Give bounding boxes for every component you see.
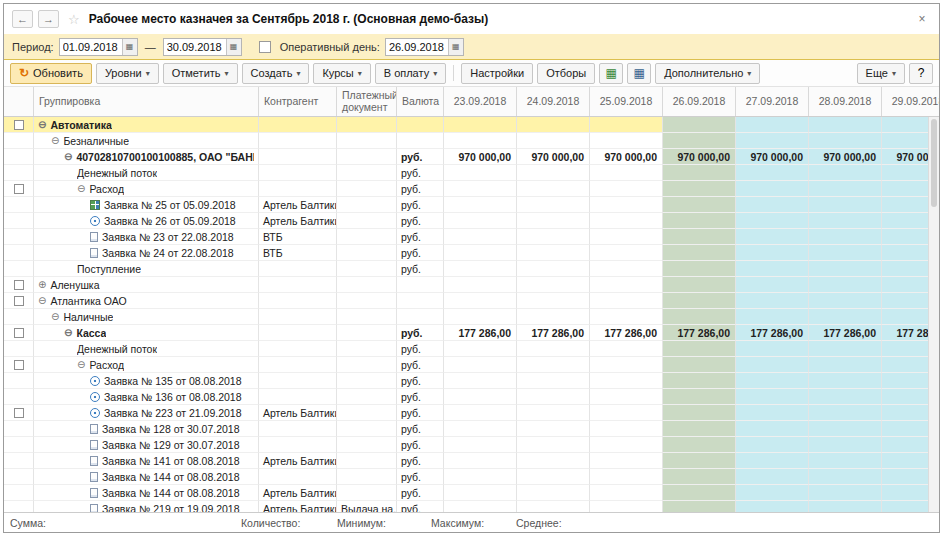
table-row[interactable]: Заявка № 135 от 08.08.2018руб.: [4, 373, 939, 389]
amount-cell[interactable]: [590, 165, 663, 181]
amount-cell[interactable]: [444, 117, 517, 133]
payment-document-cell[interactable]: [337, 181, 397, 197]
amount-cell[interactable]: [444, 373, 517, 389]
amount-cell[interactable]: [663, 405, 736, 421]
currency-cell[interactable]: руб.: [397, 149, 444, 165]
currency-cell[interactable]: руб.: [397, 181, 444, 197]
amount-cell[interactable]: [663, 245, 736, 261]
table-row[interactable]: Заявка № 23 от 22.08.2018ВТБруб.: [4, 229, 939, 245]
amount-cell[interactable]: [590, 373, 663, 389]
payment-document-cell[interactable]: [337, 341, 397, 357]
grouping-cell[interactable]: Заявка № 144 от 08.08.2018: [34, 469, 259, 485]
favorite-icon[interactable]: ☆: [68, 12, 80, 27]
amount-cell[interactable]: [444, 405, 517, 421]
amount-cell[interactable]: [736, 341, 809, 357]
amount-cell[interactable]: [444, 469, 517, 485]
tree-expander-icon[interactable]: ⊖: [77, 360, 85, 370]
grouping-cell[interactable]: Заявка № 24 от 22.08.2018: [34, 245, 259, 261]
counterparty-cell[interactable]: [259, 373, 337, 389]
amount-cell[interactable]: [809, 421, 882, 437]
counterparty-cell[interactable]: Артель Балтики: [259, 485, 337, 501]
amount-cell[interactable]: 970 000,00: [663, 149, 736, 165]
table-row[interactable]: Заявка № 223 от 21.09.2018Артель Балтики…: [4, 405, 939, 421]
amount-cell[interactable]: [517, 245, 590, 261]
table-row[interactable]: Заявка № 24 от 22.08.2018ВТБруб.: [4, 245, 939, 261]
payment-document-cell[interactable]: [337, 325, 397, 341]
currency-cell[interactable]: руб.: [397, 229, 444, 245]
amount-cell[interactable]: 970 000,00: [444, 149, 517, 165]
grouping-cell[interactable]: Заявка № 23 от 22.08.2018: [34, 229, 259, 245]
amount-cell[interactable]: 970 000,00: [590, 149, 663, 165]
amount-cell[interactable]: [444, 341, 517, 357]
amount-cell[interactable]: [736, 453, 809, 469]
header-counterparty[interactable]: Контрагент: [259, 87, 337, 116]
table-row[interactable]: Заявка № 144 от 08.08.2018Артель Балтики…: [4, 485, 939, 501]
amount-cell[interactable]: 177 286,00: [590, 325, 663, 341]
amount-cell[interactable]: [517, 389, 590, 405]
amount-cell[interactable]: [663, 469, 736, 485]
amount-cell[interactable]: [444, 293, 517, 309]
currency-cell[interactable]: руб.: [397, 197, 444, 213]
currency-cell[interactable]: руб.: [397, 357, 444, 373]
amount-cell[interactable]: [444, 453, 517, 469]
currency-cell[interactable]: [397, 293, 444, 309]
currency-cell[interactable]: руб.: [397, 453, 444, 469]
amount-cell[interactable]: [517, 469, 590, 485]
amount-cell[interactable]: [809, 341, 882, 357]
grouping-cell[interactable]: Денежный поток: [34, 341, 259, 357]
payment-document-cell[interactable]: [337, 229, 397, 245]
currency-cell[interactable]: руб.: [397, 469, 444, 485]
amount-cell[interactable]: [736, 485, 809, 501]
amount-cell[interactable]: [590, 117, 663, 133]
amount-cell[interactable]: [590, 261, 663, 277]
amount-cell[interactable]: [736, 117, 809, 133]
amount-cell[interactable]: [736, 181, 809, 197]
amount-cell[interactable]: [663, 133, 736, 149]
amount-cell[interactable]: [517, 133, 590, 149]
amount-cell[interactable]: [736, 373, 809, 389]
amount-cell[interactable]: [736, 245, 809, 261]
amount-cell[interactable]: [736, 469, 809, 485]
amount-cell[interactable]: [444, 389, 517, 405]
table-row[interactable]: Заявка № 136 от 08.08.2018руб.: [4, 389, 939, 405]
counterparty-cell[interactable]: Артель Балтики: [259, 453, 337, 469]
amount-cell[interactable]: [517, 197, 590, 213]
amount-cell[interactable]: [517, 229, 590, 245]
amount-cell[interactable]: [590, 197, 663, 213]
calendar-picker-icon[interactable]: ▦: [226, 39, 241, 55]
grouping-cell[interactable]: ⊖Атлантика ОАО: [34, 293, 259, 309]
amount-cell[interactable]: [736, 229, 809, 245]
additional-button[interactable]: Дополнительно ▾: [655, 63, 760, 84]
currency-cell[interactable]: руб.: [397, 261, 444, 277]
payment-document-cell[interactable]: [337, 133, 397, 149]
forward-button[interactable]: →: [38, 10, 59, 28]
payment-document-cell[interactable]: [337, 389, 397, 405]
amount-cell[interactable]: [809, 469, 882, 485]
counterparty-cell[interactable]: [259, 437, 337, 453]
levels-button[interactable]: Уровни ▾: [96, 63, 159, 84]
counterparty-cell[interactable]: [259, 469, 337, 485]
amount-cell[interactable]: [517, 341, 590, 357]
currency-cell[interactable]: [397, 309, 444, 325]
table-row[interactable]: Заявка № 141 от 08.08.2018Артель Балтики…: [4, 453, 939, 469]
amount-cell[interactable]: [517, 181, 590, 197]
amount-cell[interactable]: [444, 245, 517, 261]
amount-cell[interactable]: [444, 277, 517, 293]
amount-cell[interactable]: [809, 405, 882, 421]
currency-cell[interactable]: руб.: [397, 389, 444, 405]
save-table-button[interactable]: ▦: [627, 63, 651, 84]
back-button[interactable]: ←: [12, 10, 33, 28]
export-table-button[interactable]: ▦: [599, 63, 623, 84]
operational-day-input[interactable]: [386, 39, 448, 55]
counterparty-cell[interactable]: [259, 277, 337, 293]
amount-cell[interactable]: [517, 309, 590, 325]
counterparty-cell[interactable]: [259, 181, 337, 197]
tree-expander-icon[interactable]: ⊖: [64, 152, 72, 162]
grouping-cell[interactable]: Заявка № 25 от 05.09.2018: [34, 197, 259, 213]
table-row[interactable]: ⊖Наличные: [4, 309, 939, 325]
counterparty-cell[interactable]: [259, 309, 337, 325]
amount-cell[interactable]: 177 286,00: [444, 325, 517, 341]
amount-cell[interactable]: [736, 133, 809, 149]
payment-document-cell[interactable]: [337, 373, 397, 389]
payment-document-cell[interactable]: [337, 261, 397, 277]
